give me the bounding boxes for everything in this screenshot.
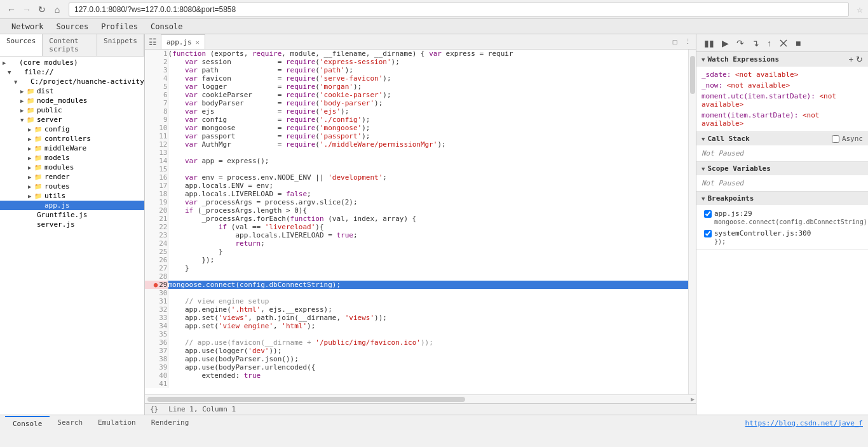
- tree-item-models[interactable]: ▶ 📁 models: [0, 153, 144, 163]
- line-code: [168, 272, 688, 281]
- tree-arrow-icon: ▶: [28, 145, 34, 152]
- horizontal-scrollbar[interactable]: ▶: [145, 394, 696, 403]
- bottom-link[interactable]: https://blog.csdn.net/jave_f: [745, 419, 863, 427]
- line-number: 30: [145, 289, 168, 297]
- stop-button[interactable]: ■: [793, 37, 803, 50]
- line-number: 33: [145, 314, 168, 322]
- reload-button[interactable]: ↻: [36, 3, 48, 16]
- status-bar: {} Line 1, Column 1: [145, 403, 696, 415]
- breakpoints-header[interactable]: ▼ Breakpoints: [696, 192, 868, 205]
- back-button[interactable]: ←: [5, 3, 18, 16]
- menu-item-profiles[interactable]: Profiles: [95, 20, 144, 33]
- tree-item-dist[interactable]: ▶ 📁 dist: [0, 86, 144, 96]
- watch-expressions-header[interactable]: ▼ Watch Expressions + ↻: [696, 52, 868, 67]
- bottom-tab-console[interactable]: Console: [5, 416, 50, 430]
- line-code: var app = express();: [168, 157, 688, 165]
- line-number: 4: [145, 74, 168, 83]
- tree-item-routes[interactable]: ▶ 📁 routes: [0, 182, 144, 191]
- add-watch-button[interactable]: +: [848, 55, 853, 64]
- line-code: var passport = require('passport');: [168, 132, 688, 140]
- code-scroll[interactable]: 1(function (exports, require, module, __…: [145, 50, 696, 394]
- folder-icon: 📁: [34, 145, 43, 152]
- tree-item-core-modules[interactable]: ▶ (core modules): [0, 58, 144, 67]
- line-code: });: [168, 256, 688, 264]
- tree-item-render[interactable]: ▶ 📁 render: [0, 172, 144, 182]
- bottom-tab-search[interactable]: Search: [50, 416, 90, 430]
- scroll-thumb-x[interactable]: [147, 397, 465, 402]
- file-tree: ▶ (core modules) ▼ file:// ▼ C:/project/…: [0, 57, 144, 415]
- tree-label: node_modules: [37, 97, 87, 105]
- tab-sources[interactable]: Sources: [0, 34, 43, 56]
- call-stack-header[interactable]: ▼ Call Stack Async: [696, 132, 868, 145]
- tree-item-server[interactable]: ▼ 📁 server: [0, 115, 144, 124]
- tree-item-serverjs[interactable]: server.js: [0, 220, 144, 229]
- bp-checkbox-systemcontroller[interactable]: [704, 230, 712, 237]
- tree-label: models: [44, 154, 70, 162]
- folder-icon: 📁: [34, 154, 43, 161]
- line-number: 8: [145, 107, 168, 116]
- step-over-button[interactable]: ↷: [734, 37, 747, 50]
- tree-arrow-icon: ▶: [20, 107, 27, 114]
- line-number: 21: [145, 215, 168, 223]
- tree-item-node-modules[interactable]: ▶ 📁 node_modules: [0, 96, 144, 105]
- step-into-button[interactable]: ↴: [749, 37, 762, 50]
- async-checkbox[interactable]: [832, 135, 839, 143]
- menu-item-network[interactable]: Network: [5, 20, 50, 33]
- tree-label: server: [37, 116, 62, 124]
- tree-arrow-icon: ▶: [28, 164, 34, 171]
- code-table: 1(function (exports, require, module, __…: [145, 50, 688, 388]
- tree-label: app.js: [44, 201, 70, 210]
- scroll-thumb[interactable]: [690, 56, 695, 94]
- line-number: 40: [145, 371, 168, 380]
- tree-item-config[interactable]: ▶ 📁 config: [0, 124, 144, 134]
- line-number: 7: [145, 99, 168, 107]
- tree-item-modules[interactable]: ▶ 📁 modules: [0, 163, 144, 172]
- editor-tabs: ☷ app.js ✕ □ ⋮: [145, 34, 696, 50]
- pause-button[interactable]: ▮▮: [702, 37, 717, 50]
- sources-tabs: Sources Content scripts Snippets: [0, 34, 144, 57]
- tree-label: config: [44, 125, 70, 133]
- line-number: 29: [145, 281, 168, 289]
- editor-file-tab-appjs[interactable]: app.js ✕: [161, 34, 205, 49]
- tree-item-utils[interactable]: ▶ 📁 utils: [0, 191, 144, 201]
- deactivate-button[interactable]: [776, 37, 790, 49]
- bp-filename-systemcontroller: systemController.js:300: [714, 229, 811, 237]
- folder-icon: 📁: [34, 126, 43, 133]
- tree-item-public[interactable]: ▶ 📁 public: [0, 105, 144, 115]
- bookmark-icon[interactable]: ☆: [857, 3, 863, 15]
- tree-item-controllers[interactable]: ▶ 📁 controllers: [0, 134, 144, 143]
- tab-snippets[interactable]: Snippets: [97, 34, 144, 56]
- overflow-button[interactable]: ⋮: [682, 36, 693, 48]
- grid-icon: ☷: [145, 37, 161, 47]
- maximize-button[interactable]: □: [669, 36, 681, 48]
- tree-item-middleware[interactable]: ▶ 📁 middleWare: [0, 143, 144, 153]
- home-button[interactable]: ⌂: [51, 3, 64, 16]
- line-code: [168, 165, 688, 173]
- tree-item-appjs[interactable]: app.js: [0, 201, 144, 210]
- address-bar[interactable]: [69, 3, 849, 17]
- bottom-tab-rendering[interactable]: Rendering: [144, 416, 197, 430]
- menu-item-sources[interactable]: Sources: [50, 20, 95, 33]
- line-number: 18: [145, 190, 168, 198]
- tree-label: server.js: [37, 220, 75, 229]
- bottom-tab-emulation[interactable]: Emulation: [90, 416, 144, 430]
- bp-code-systemcontroller: });: [704, 238, 860, 245]
- tree-item-project[interactable]: ▼ C:/project/huanche-activity: [0, 77, 144, 86]
- menu-item-console[interactable]: Console: [144, 20, 189, 33]
- close-icon[interactable]: ✕: [196, 39, 200, 46]
- bp-checkbox-appjs[interactable]: [704, 210, 712, 218]
- devtools-menu: Network Sources Profiles Console: [0, 19, 868, 34]
- line-code: app.locals.LIVERELOAD = true;: [168, 231, 688, 239]
- scope-variables-header[interactable]: ▼ Scope Variables: [696, 162, 868, 175]
- refresh-watch-button[interactable]: ↻: [856, 55, 863, 64]
- tree-item-file[interactable]: ▼ file://: [0, 67, 144, 77]
- resume-button[interactable]: ▶: [719, 37, 731, 50]
- line-code: // app.use(favicon(__dirname + '/public/…: [168, 338, 688, 347]
- line-number: 3: [145, 66, 168, 74]
- tab-content-scripts[interactable]: Content scripts: [43, 34, 97, 56]
- tree-arrow-icon: ▶: [28, 193, 34, 199]
- step-out-button[interactable]: ↑: [764, 37, 774, 50]
- vertical-scrollbar[interactable]: [688, 50, 696, 394]
- tree-item-gruntfile[interactable]: Gruntfile.js: [0, 210, 144, 220]
- forward-button[interactable]: →: [20, 3, 33, 16]
